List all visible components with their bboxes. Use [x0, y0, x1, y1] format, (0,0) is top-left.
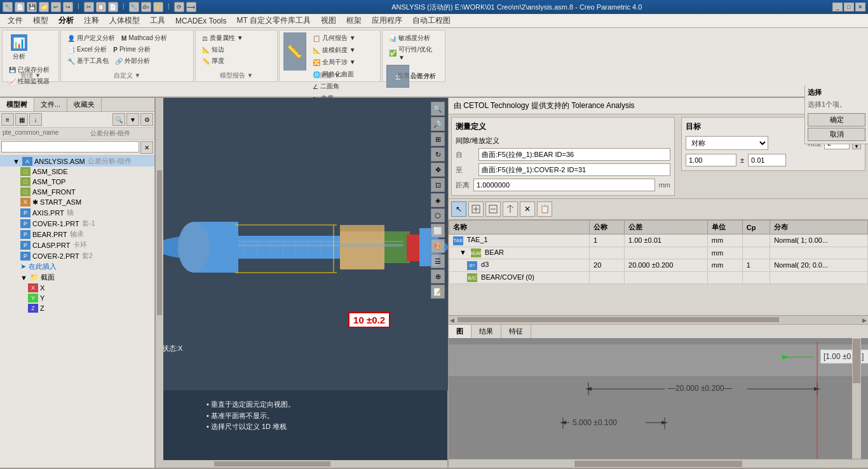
- tab-model-tree[interactable]: 模型树: [0, 98, 34, 111]
- menu-item-tools[interactable]: 工具: [145, 14, 170, 27]
- toolbar-icon-8[interactable]: ⟶: [186, 2, 196, 12]
- dist-field[interactable]: [473, 179, 655, 191]
- menu-item-file[interactable]: 文件: [3, 14, 28, 27]
- new-icon[interactable]: 📄: [15, 2, 25, 12]
- redo-icon[interactable]: ↪: [63, 2, 73, 12]
- vp-btn-snap[interactable]: ⊕: [431, 269, 445, 283]
- tree-item-asm-top[interactable]: □ ASM_TOP: [0, 177, 154, 187]
- menu-item-mt[interactable]: MT 自定义零件库工具: [231, 14, 315, 27]
- ribbon-btn-external[interactable]: 🔗外部分析: [112, 55, 153, 67]
- vp-btn-wf[interactable]: ⬡: [431, 208, 445, 222]
- vp-btn-pan[interactable]: ✥: [431, 163, 445, 177]
- ribbon-btn-excel[interactable]: 📑Excel 分析: [65, 44, 109, 55]
- menu-item-frame[interactable]: 框架: [341, 14, 367, 27]
- tree-btn-settings[interactable]: ⚙: [140, 113, 153, 126]
- ribbon-btn-mass[interactable]: ⚖质量属性 ▼: [200, 32, 273, 44]
- tol-tool-remove-box[interactable]: [485, 201, 501, 217]
- tol-tool-delete[interactable]: ✕: [520, 201, 535, 217]
- close-btn[interactable]: ✕: [855, 3, 865, 11]
- ribbon-btn-interference[interactable]: 🔀全局干涉 ▼: [310, 57, 358, 68]
- tol-tool-arrow[interactable]: ↖: [451, 201, 466, 217]
- sensitivity-btn[interactable]: 📊敏感度分析: [386, 32, 441, 44]
- tol-tool-flip[interactable]: [503, 201, 518, 217]
- menu-item-mcadex[interactable]: MCADEx Tools: [170, 15, 231, 27]
- menu-item-analysis[interactable]: 分析: [53, 14, 79, 27]
- tree-item-sections[interactable]: ▼ 📁 截面: [0, 272, 154, 283]
- toolbar-icon-3[interactable]: 📄: [108, 2, 118, 12]
- ribbon-btn-dihedral[interactable]: ∠二面角: [310, 81, 358, 92]
- table-row[interactable]: TAE TAE_1 1 1.00 ±0.01 mm Normal( 1; 0.0…: [449, 234, 868, 247]
- ribbon-btn-draft[interactable]: 📐拔模斜度 ▼: [310, 44, 358, 56]
- vp-btn-notes[interactable]: 📝: [431, 285, 445, 299]
- ribbon-btn-toolkit[interactable]: 🔧基于工具包: [65, 55, 111, 67]
- to-field[interactable]: [478, 163, 670, 176]
- tree-btn-3[interactable]: ↓: [29, 113, 42, 126]
- tree-item-clasp[interactable]: P CLASP.PRT 卡环: [0, 240, 154, 250]
- menu-item-app[interactable]: 应用程序: [367, 14, 407, 27]
- toolbar-icon-7[interactable]: ⟳: [174, 2, 184, 12]
- undo-icon[interactable]: ↩: [51, 2, 61, 12]
- tree-item-asm-side[interactable]: □ ASM_SIDE: [0, 167, 154, 177]
- toolbar-icon-2[interactable]: 📋: [96, 2, 106, 12]
- table-row[interactable]: B/C BEAR/COVEf (0): [449, 271, 868, 284]
- tab-files[interactable]: 文件...: [34, 98, 67, 111]
- tol-tool-add-box[interactable]: [468, 201, 484, 217]
- ribbon-btn-thickness[interactable]: 📏厚度: [200, 55, 273, 67]
- menu-item-human[interactable]: 人体模型: [104, 14, 145, 27]
- tree-item-cover2[interactable]: P COVER-2.PRT 套2: [0, 250, 154, 261]
- ribbon-btn-analysis[interactable]: 📊 分析: [6, 32, 32, 63]
- tree-item-z[interactable]: Z Z: [0, 303, 154, 313]
- tree-btn-2[interactable]: ▦: [15, 113, 28, 126]
- vp-btn-appearance[interactable]: 🎨: [431, 239, 445, 253]
- ribbon-btn-mathcad[interactable]: MMathcad 分析: [119, 32, 170, 44]
- tree-btn-filter[interactable]: ▼: [126, 113, 139, 126]
- tree-item-y[interactable]: Y Y: [0, 293, 154, 303]
- tree-item-x[interactable]: X X: [0, 283, 154, 293]
- vp-btn-orient[interactable]: ⊡: [431, 178, 445, 192]
- tab-diagram[interactable]: 图: [449, 325, 471, 338]
- toolbar-icon-4[interactable]: 🔧: [129, 2, 139, 12]
- tab-favorites[interactable]: 收藏夹: [67, 98, 102, 111]
- tree-btn-1[interactable]: ≡: [1, 113, 14, 126]
- menu-item-model[interactable]: 模型: [28, 14, 53, 27]
- vp-btn-section[interactable]: ⬜: [431, 224, 445, 238]
- tree-item-start-asm[interactable]: X ✱ START_ASM: [0, 197, 154, 207]
- menu-item-view[interactable]: 视图: [316, 14, 341, 27]
- minimize-btn[interactable]: _: [832, 3, 843, 11]
- vp-btn-fit[interactable]: ⊞: [431, 132, 445, 146]
- menu-item-annotation[interactable]: 注释: [79, 14, 104, 27]
- tab-features[interactable]: 特征: [501, 325, 531, 338]
- maximize-btn[interactable]: □: [844, 3, 854, 11]
- save-icon[interactable]: 💾: [27, 2, 37, 12]
- selection-confirm-btn[interactable]: 确定: [808, 113, 865, 126]
- tree-search-btn[interactable]: ✕: [140, 141, 153, 154]
- viewport-hscroll[interactable]: [156, 461, 447, 467]
- viewport-vscroll[interactable]: [156, 98, 163, 460]
- tree-item-bear[interactable]: P BEAR.PRT 轴承: [0, 229, 154, 240]
- ribbon-btn-user-def[interactable]: 👤用户定义分析: [65, 32, 118, 44]
- tree-item-cover1[interactable]: P COVER-1.PRT 套-1: [0, 218, 154, 229]
- tol-tool-copy[interactable]: 📋: [537, 201, 552, 217]
- tree-item-asm-front[interactable]: □ ASM_FRONT: [0, 187, 154, 197]
- target-val-input[interactable]: [686, 154, 736, 167]
- target-type-select[interactable]: 对称 单向正 单向负: [686, 136, 768, 150]
- vp-btn-zoom-out[interactable]: 🔎: [431, 117, 445, 131]
- target-tol-input[interactable]: [748, 154, 786, 167]
- selection-cancel-btn[interactable]: 取消: [808, 128, 865, 141]
- from-field[interactable]: [478, 148, 670, 161]
- table-row[interactable]: ▼ BEAR BEAR mm: [449, 247, 868, 259]
- feasibility-btn[interactable]: ✅可行性/优化 ▼: [386, 44, 441, 62]
- ribbon-btn-prime[interactable]: PPrime 分析: [111, 44, 153, 55]
- toolbar-icon-6[interactable]: ⚡: [153, 2, 163, 12]
- toolbar-icon-1[interactable]: ✂: [84, 2, 94, 12]
- vp-btn-layers[interactable]: ☰: [431, 254, 445, 268]
- menu-item-auto[interactable]: 自动工程图: [407, 14, 456, 27]
- tree-item-insert[interactable]: ➤ 在此插入: [0, 261, 154, 272]
- table-hscroll[interactable]: [458, 317, 859, 323]
- tab-results[interactable]: 结果: [471, 325, 501, 338]
- vp-btn-zoom-in[interactable]: 🔍: [431, 102, 445, 116]
- ribbon-btn-geom-report[interactable]: 📋几何报告 ▼: [310, 32, 358, 44]
- table-row[interactable]: d= d3 20 20.000 ±0.200 mm 1 Normal( 20; …: [449, 259, 868, 272]
- tree-item-axis[interactable]: P AXIS.PRT 轴: [0, 207, 154, 218]
- vp-btn-shading[interactable]: ◈: [431, 193, 445, 207]
